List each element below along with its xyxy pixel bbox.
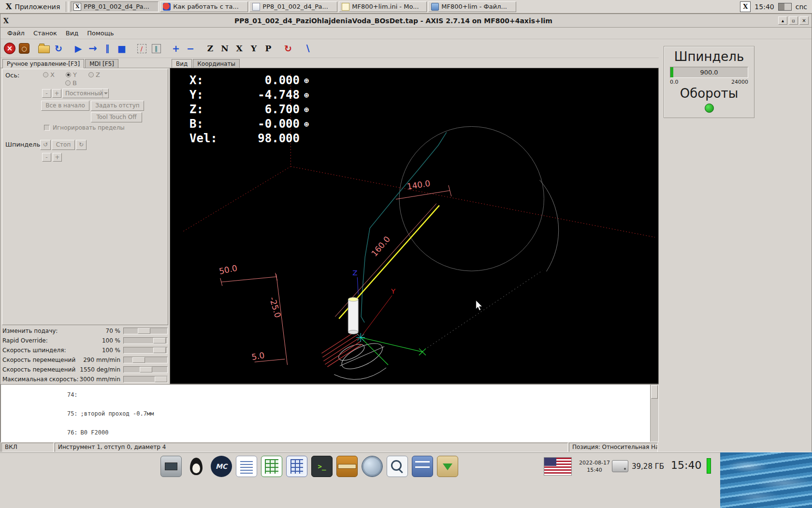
- taskbar-window-button[interactable]: MF800+lim.ini - Mo...: [339, 1, 427, 12]
- taskbar-clock: 15:40: [754, 3, 774, 11]
- override-value: 100 %: [79, 337, 123, 344]
- launcher-icon[interactable]: [186, 456, 207, 477]
- spindle-plus-button[interactable]: +: [53, 153, 62, 162]
- jog-increment-select[interactable]: Постоянный: [62, 89, 109, 98]
- gcode-line[interactable]: 75:;второй проход -0.7мм: [4, 404, 658, 423]
- dro-line: Y: -4.748 ⊕: [189, 88, 313, 102]
- tool-button[interactable]: ↻: [281, 41, 295, 56]
- taskbar-window-button[interactable]: PP8_01_002_d4_Pa...: [249, 1, 337, 12]
- tab-manual-control[interactable]: Ручное управление-[F3]: [2, 59, 84, 68]
- tool-button[interactable]: P: [261, 41, 276, 56]
- scrollbar-thumb[interactable]: [651, 385, 658, 399]
- slider-handle[interactable]: [153, 338, 166, 344]
- launcher-icon[interactable]: [437, 456, 458, 477]
- spindle-minus-button[interactable]: -: [42, 153, 51, 162]
- tool-button[interactable]: +: [169, 41, 183, 56]
- panel-clock: 15:40: [671, 459, 701, 471]
- tool-button[interactable]: ○: [17, 41, 31, 56]
- menu-item[interactable]: Помощь: [83, 29, 117, 38]
- gcode-listing[interactable]: 74: 75:;второй проход -0.7мм 76:B0 F2000: [0, 384, 659, 442]
- launcher-icon[interactable]: [286, 456, 307, 477]
- tool-button[interactable]: ■: [115, 41, 129, 56]
- preview-canvas[interactable]: 140.0 160.0 50.0 -25.0 5.0: [170, 68, 659, 384]
- taskbar-window-button[interactable]: PP8_01_002_d4_Pa...: [71, 1, 159, 12]
- gcode-scrollbar[interactable]: [650, 385, 658, 442]
- tool-button[interactable]: ×: [2, 41, 17, 56]
- taskbar-window-list: PP8_01_002_d4_Pa... Как работать с та...…: [71, 1, 737, 12]
- tool-button[interactable]: Z: [203, 41, 218, 56]
- spindle-forward-button[interactable]: ↻: [76, 140, 87, 150]
- tool-button[interactable]: [37, 41, 51, 56]
- spindle-stop-button[interactable]: Стоп: [52, 140, 75, 150]
- override-slider[interactable]: [123, 347, 168, 354]
- tool-button[interactable]: N: [218, 41, 232, 56]
- spindle-reverse-button[interactable]: ↺: [40, 140, 51, 150]
- override-slider[interactable]: [123, 366, 168, 373]
- tool-button[interactable]: /: [134, 41, 149, 56]
- window-control-button[interactable]: ▴: [778, 16, 787, 25]
- launcher-icon[interactable]: >_: [311, 456, 333, 477]
- tool-button[interactable]: Y: [246, 41, 261, 56]
- applications-menu[interactable]: X Приложения: [2, 1, 64, 13]
- menu-item[interactable]: Вид: [62, 29, 82, 38]
- gcode-line-text: B0 F2000: [81, 429, 109, 436]
- window-control-button[interactable]: ▫: [789, 16, 798, 25]
- x-server-tray-icon[interactable]: X: [740, 1, 751, 12]
- gcode-lines: 74: 75:;второй проход -0.7мм 76:B0 F2000: [1, 385, 658, 442]
- launcher-icon[interactable]: [387, 456, 408, 477]
- override-slider[interactable]: [123, 357, 168, 363]
- launcher-icon[interactable]: [336, 456, 358, 477]
- launcher-icon[interactable]: MC: [211, 456, 232, 477]
- override-slider[interactable]: [123, 376, 168, 383]
- gcode-line[interactable]: 76:B0 F2000: [4, 423, 658, 442]
- window-titlebar[interactable]: X PP8_01_002_d4_PaziOhlajdeniaVoda_BOsDe…: [0, 14, 812, 28]
- launcher-icon[interactable]: [160, 456, 182, 477]
- tool-button[interactable]: ‖: [100, 41, 115, 56]
- jog-minus-button[interactable]: -: [42, 89, 51, 98]
- axis-radio[interactable]: X: [43, 71, 55, 78]
- tool-button[interactable]: →: [86, 41, 100, 56]
- launcher-icon[interactable]: [412, 456, 433, 477]
- spindle-speed-value: 900.0: [670, 67, 748, 77]
- set-offset-button[interactable]: Задать отступ: [91, 101, 144, 111]
- dro-line: B: -0.000 ⊕: [189, 117, 313, 131]
- tool-button[interactable]: −: [183, 41, 198, 56]
- menu-item[interactable]: Файл: [3, 29, 29, 38]
- home-all-button[interactable]: Все в начало: [41, 101, 89, 111]
- tool-button[interactable]: ‖: [149, 41, 163, 56]
- slider-handle[interactable]: [140, 367, 152, 373]
- tool-button[interactable]: ▶: [71, 41, 86, 56]
- override-slider[interactable]: [123, 328, 168, 334]
- jog-plus-button[interactable]: +: [52, 89, 61, 98]
- launcher-icon[interactable]: [362, 456, 383, 477]
- workspace-pager[interactable]: [778, 3, 792, 11]
- tool-button[interactable]: ∖: [301, 41, 315, 56]
- window-control-button[interactable]: ×: [799, 16, 809, 25]
- tab-dro[interactable]: Координаты: [193, 59, 240, 68]
- tool-button[interactable]: X: [232, 41, 246, 56]
- ignore-limits-checkbox[interactable]: Игнорировать пределы: [44, 124, 125, 131]
- tool-button[interactable]: ↻: [51, 41, 66, 56]
- dim-140: 140.0: [406, 178, 431, 191]
- spindle-scale-min: 0.0: [670, 79, 679, 85]
- slider-handle[interactable]: [155, 376, 167, 382]
- axis-radio[interactable]: Y: [66, 71, 77, 78]
- launcher-icon[interactable]: [261, 456, 282, 477]
- gcode-line[interactable]: 74:: [4, 386, 658, 404]
- slider-handle[interactable]: [153, 347, 166, 353]
- override-slider[interactable]: [123, 337, 168, 344]
- control-tabs: Ручное управление-[F3] MDI [F5]: [0, 58, 170, 68]
- keyboard-layout-flag[interactable]: [544, 457, 572, 476]
- axis-radio[interactable]: Z: [88, 71, 100, 78]
- menu-item[interactable]: Станок: [29, 29, 61, 38]
- tab-preview[interactable]: Вид: [172, 59, 192, 68]
- slider-handle[interactable]: [138, 328, 150, 334]
- disk-space-label: 39,28 ГБ: [632, 462, 664, 471]
- slider-handle[interactable]: [132, 357, 145, 363]
- axis-radio-b[interactable]: B: [65, 79, 77, 87]
- tab-mdi[interactable]: MDI [F5]: [85, 59, 118, 68]
- taskbar-window-button[interactable]: Как работать с та...: [160, 1, 248, 12]
- launcher-icon[interactable]: [236, 456, 257, 477]
- taskbar-window-button[interactable]: MF800+lim - Файл...: [428, 1, 516, 12]
- tool-touch-off-button[interactable]: Tool Touch Off: [91, 112, 142, 122]
